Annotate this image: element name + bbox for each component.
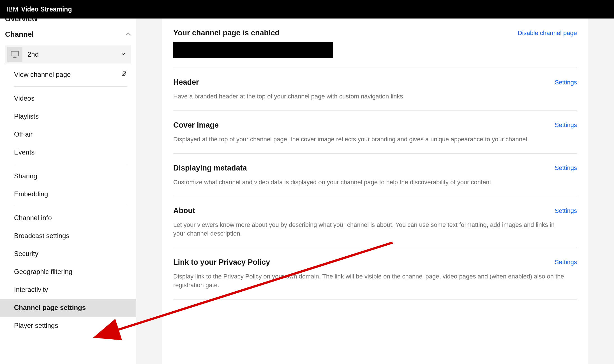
sidebar-item-label: Embedding xyxy=(14,190,48,198)
panel-description: Displayed at the top of your channel pag… xyxy=(173,135,566,144)
sidebar-item-geographic-filtering[interactable]: Geographic filtering xyxy=(5,263,131,281)
content-area: Your channel page is enabled Disable cha… xyxy=(136,19,614,364)
sidebar-item-channel-page-settings[interactable]: Channel page settings xyxy=(0,299,136,317)
chevron-down-icon xyxy=(121,51,126,57)
sidebar-divider xyxy=(14,206,127,206)
sidebar-item-playlists[interactable]: Playlists xyxy=(5,107,131,125)
sidebar-section-header[interactable]: Channel xyxy=(0,23,136,44)
sidebar-item-label: Player settings xyxy=(14,322,58,330)
sidebar-item-label: Security xyxy=(14,250,38,258)
svg-rect-0 xyxy=(11,51,19,56)
disable-channel-page-link[interactable]: Disable channel page xyxy=(518,29,577,37)
status-panel-title: Your channel page is enabled xyxy=(173,29,280,37)
panel-settings-link[interactable]: Settings xyxy=(555,259,577,266)
sidebar-item-label: View channel page xyxy=(14,71,71,79)
brand-ibm: IBM xyxy=(6,6,18,13)
sidebar-divider xyxy=(14,164,127,164)
panel-settings-link[interactable]: Settings xyxy=(555,164,577,172)
sidebar-item-label: Geographic filtering xyxy=(14,268,72,276)
sidebar-section-title: Channel xyxy=(5,30,34,39)
channel-picker[interactable]: 2nd xyxy=(5,45,131,63)
sidebar-item-label: Sharing xyxy=(14,172,37,180)
panel-description: Customize what channel and video data is… xyxy=(173,178,566,187)
sidebar-item-label: Events xyxy=(14,148,34,156)
sidebar-item-off-air[interactable]: Off-air xyxy=(5,125,131,143)
panel-title: Header xyxy=(173,78,199,87)
settings-panel-header: HeaderSettingsHave a branded header at t… xyxy=(173,68,577,111)
external-link-icon xyxy=(121,71,127,79)
sidebar-item-sharing[interactable]: Sharing xyxy=(5,167,131,185)
panel-title: Link to your Privacy Policy xyxy=(173,258,270,267)
layout: Overview Channel 2nd xyxy=(0,19,614,364)
redacted-channel-url xyxy=(173,42,333,58)
panel-description: Display link to the Privacy Policy on yo… xyxy=(173,272,566,290)
sidebar-item-label: Interactivity xyxy=(14,286,48,294)
channel-picker-name: 2nd xyxy=(27,50,39,58)
settings-panel-link-to-your-privacy-policy: Link to your Privacy PolicySettingsDispl… xyxy=(173,248,577,300)
panel-title: About xyxy=(173,206,195,215)
panel-title: Cover image xyxy=(173,121,219,130)
panel-settings-link[interactable]: Settings xyxy=(555,79,577,86)
sidebar-item-security[interactable]: Security xyxy=(5,245,131,263)
sidebar: Overview Channel 2nd xyxy=(0,19,136,364)
status-panel: Your channel page is enabled Disable cha… xyxy=(173,19,577,68)
settings-panel-about: AboutSettingsLet your viewers know more … xyxy=(173,196,577,248)
sidebar-nav: View channel pageVideosPlaylistsOff-airE… xyxy=(5,66,131,335)
content-inner: Your channel page is enabled Disable cha… xyxy=(162,19,588,364)
sidebar-item-label: Channel info xyxy=(14,214,52,222)
panel-description: Let your viewers know more about you by … xyxy=(173,221,566,238)
panel-settings-link[interactable]: Settings xyxy=(555,121,577,129)
topbar: IBM Video Streaming xyxy=(0,0,614,19)
sidebar-item-label: Playlists xyxy=(14,112,39,120)
sidebar-item-videos[interactable]: Videos xyxy=(5,89,131,107)
monitor-icon xyxy=(7,47,22,62)
sidebar-item-player-settings[interactable]: Player settings xyxy=(5,317,131,335)
panel-title: Displaying metadata xyxy=(173,164,247,172)
sidebar-item-label: Videos xyxy=(14,95,34,102)
sidebar-divider xyxy=(14,86,127,87)
sidebar-item-label: Off-air xyxy=(14,130,33,138)
sidebar-item-label: Channel page settings xyxy=(14,304,86,312)
sidebar-item-interactivity[interactable]: Interactivity xyxy=(5,281,131,299)
sidebar-item-embedding[interactable]: Embedding xyxy=(5,185,131,203)
sidebar-item-channel-info[interactable]: Channel info xyxy=(5,209,131,227)
sidebar-overview-label[interactable]: Overview xyxy=(0,19,136,23)
sidebar-item-view-channel-page[interactable]: View channel page xyxy=(5,66,131,84)
sidebar-item-label: Broadcast settings xyxy=(14,232,69,240)
panel-settings-link[interactable]: Settings xyxy=(555,207,577,215)
settings-panel-cover-image: Cover imageSettingsDisplayed at the top … xyxy=(173,111,577,154)
settings-panel-displaying-metadata: Displaying metadataSettingsCustomize wha… xyxy=(173,154,577,197)
sidebar-item-events[interactable]: Events xyxy=(5,143,131,161)
chevron-up-icon xyxy=(126,31,131,38)
sidebar-item-broadcast-settings[interactable]: Broadcast settings xyxy=(5,227,131,245)
brand: IBM Video Streaming xyxy=(6,6,72,13)
brand-product: Video Streaming xyxy=(21,6,72,13)
panel-description: Have a branded header at the top of your… xyxy=(173,92,566,101)
